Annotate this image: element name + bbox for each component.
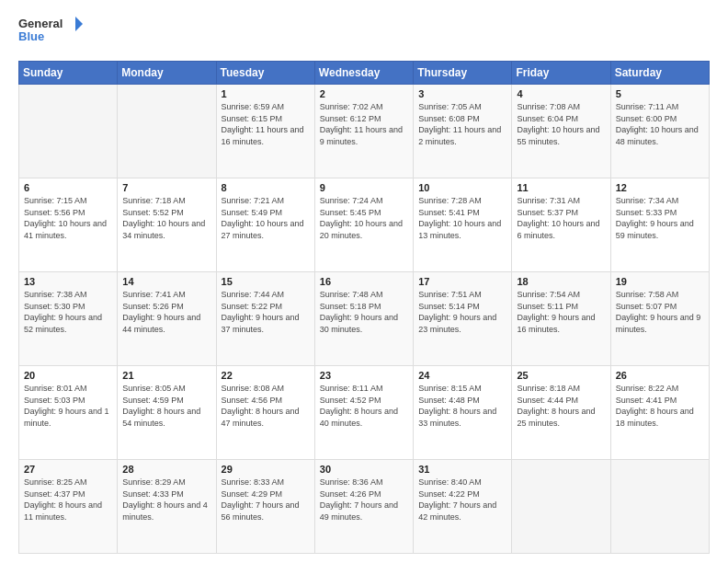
- day-info: Sunrise: 7:38 AMSunset: 5:30 PMDaylight:…: [24, 289, 112, 335]
- day-number: 30: [320, 464, 408, 475]
- day-info: Sunrise: 7:05 AMSunset: 6:08 PMDaylight:…: [418, 101, 506, 147]
- day-info: Sunrise: 7:31 AMSunset: 5:37 PMDaylight:…: [517, 195, 605, 241]
- calendar-cell: 2Sunrise: 7:02 AMSunset: 6:12 PMDaylight…: [314, 85, 413, 178]
- day-info: Sunrise: 7:18 AMSunset: 5:52 PMDaylight:…: [122, 195, 210, 241]
- calendar-cell: 15Sunrise: 7:44 AMSunset: 5:22 PMDayligh…: [216, 272, 314, 366]
- day-info: Sunrise: 8:05 AMSunset: 4:59 PMDaylight:…: [122, 383, 210, 429]
- day-number: 4: [517, 88, 605, 99]
- day-of-week-header: Friday: [512, 62, 610, 85]
- day-number: 27: [24, 464, 112, 475]
- day-number: 28: [122, 464, 210, 475]
- day-info: Sunrise: 8:18 AMSunset: 4:44 PMDaylight:…: [517, 383, 605, 429]
- calendar-week-row: 6Sunrise: 7:15 AMSunset: 5:56 PMDaylight…: [19, 178, 710, 272]
- day-of-week-header: Wednesday: [314, 62, 413, 85]
- day-info: Sunrise: 7:28 AMSunset: 5:41 PMDaylight:…: [418, 195, 506, 241]
- logo: General Blue: [18, 15, 83, 52]
- day-info: Sunrise: 8:40 AMSunset: 4:22 PMDaylight:…: [418, 477, 506, 523]
- calendar-cell: 14Sunrise: 7:41 AMSunset: 5:26 PMDayligh…: [118, 272, 216, 366]
- day-number: 3: [418, 88, 506, 99]
- day-number: 9: [320, 182, 408, 193]
- day-number: 13: [24, 276, 112, 287]
- page: General Blue SundayMondayTuesdayWednesda…: [0, 0, 728, 563]
- calendar-cell: 28Sunrise: 8:29 AMSunset: 4:33 PMDayligh…: [118, 460, 216, 554]
- day-info: Sunrise: 6:59 AMSunset: 6:15 PMDaylight:…: [222, 101, 310, 147]
- day-info: Sunrise: 8:08 AMSunset: 4:56 PMDaylight:…: [222, 383, 310, 429]
- day-info: Sunrise: 7:24 AMSunset: 5:45 PMDaylight:…: [320, 195, 408, 241]
- calendar-header-row: SundayMondayTuesdayWednesdayThursdayFrid…: [19, 62, 710, 85]
- svg-text:Blue: Blue: [18, 29, 44, 43]
- calendar-table: SundayMondayTuesdayWednesdayThursdayFrid…: [18, 61, 710, 554]
- calendar-cell: [610, 460, 709, 554]
- day-number: 7: [122, 182, 210, 193]
- logo-svg: General Blue: [18, 15, 83, 48]
- day-info: Sunrise: 7:41 AMSunset: 5:26 PMDaylight:…: [122, 289, 210, 335]
- calendar-cell: 26Sunrise: 8:22 AMSunset: 4:41 PMDayligh…: [610, 366, 709, 460]
- calendar-cell: 16Sunrise: 7:48 AMSunset: 5:18 PMDayligh…: [314, 272, 413, 366]
- day-number: 25: [517, 370, 605, 381]
- day-number: 19: [616, 276, 704, 287]
- day-number: 29: [222, 464, 310, 475]
- day-number: 20: [24, 370, 112, 381]
- day-info: Sunrise: 8:33 AMSunset: 4:29 PMDaylight:…: [222, 477, 310, 523]
- calendar-cell: 19Sunrise: 7:58 AMSunset: 5:07 PMDayligh…: [610, 272, 709, 366]
- day-info: Sunrise: 8:01 AMSunset: 5:03 PMDaylight:…: [24, 383, 112, 429]
- calendar-cell: 6Sunrise: 7:15 AMSunset: 5:56 PMDaylight…: [19, 178, 118, 272]
- svg-text:General: General: [18, 17, 63, 30]
- day-number: 21: [122, 370, 210, 381]
- day-of-week-header: Saturday: [610, 62, 709, 85]
- day-number: 11: [517, 182, 605, 193]
- calendar-week-row: 20Sunrise: 8:01 AMSunset: 5:03 PMDayligh…: [19, 366, 710, 460]
- day-info: Sunrise: 8:29 AMSunset: 4:33 PMDaylight:…: [122, 477, 210, 523]
- day-info: Sunrise: 8:22 AMSunset: 4:41 PMDaylight:…: [616, 383, 704, 429]
- calendar-cell: 17Sunrise: 7:51 AMSunset: 5:14 PMDayligh…: [414, 272, 512, 366]
- day-number: 1: [222, 88, 310, 99]
- calendar-cell: 31Sunrise: 8:40 AMSunset: 4:22 PMDayligh…: [414, 460, 512, 554]
- day-number: 6: [24, 182, 112, 193]
- day-number: 17: [418, 276, 506, 287]
- day-number: 10: [418, 182, 506, 193]
- day-number: 2: [320, 88, 408, 99]
- calendar-cell: 10Sunrise: 7:28 AMSunset: 5:41 PMDayligh…: [414, 178, 512, 272]
- calendar-cell: 9Sunrise: 7:24 AMSunset: 5:45 PMDaylight…: [314, 178, 413, 272]
- calendar-week-row: 1Sunrise: 6:59 AMSunset: 6:15 PMDaylight…: [19, 85, 710, 178]
- day-info: Sunrise: 8:11 AMSunset: 4:52 PMDaylight:…: [320, 383, 408, 429]
- day-number: 24: [418, 370, 506, 381]
- calendar-cell: 25Sunrise: 8:18 AMSunset: 4:44 PMDayligh…: [512, 366, 610, 460]
- day-info: Sunrise: 7:08 AMSunset: 6:04 PMDaylight:…: [517, 101, 605, 147]
- day-info: Sunrise: 7:15 AMSunset: 5:56 PMDaylight:…: [24, 195, 112, 241]
- day-of-week-header: Sunday: [19, 62, 118, 85]
- calendar-cell: 21Sunrise: 8:05 AMSunset: 4:59 PMDayligh…: [118, 366, 216, 460]
- day-info: Sunrise: 7:11 AMSunset: 6:00 PMDaylight:…: [616, 101, 704, 147]
- day-of-week-header: Tuesday: [216, 62, 314, 85]
- logo-text: General Blue: [18, 15, 83, 52]
- calendar-cell: [118, 85, 216, 178]
- day-number: 15: [222, 276, 310, 287]
- day-info: Sunrise: 7:21 AMSunset: 5:49 PMDaylight:…: [222, 195, 310, 241]
- day-info: Sunrise: 8:25 AMSunset: 4:37 PMDaylight:…: [24, 477, 112, 523]
- day-info: Sunrise: 7:44 AMSunset: 5:22 PMDaylight:…: [222, 289, 310, 335]
- calendar-cell: 5Sunrise: 7:11 AMSunset: 6:00 PMDaylight…: [610, 85, 709, 178]
- day-number: 26: [616, 370, 704, 381]
- day-info: Sunrise: 7:54 AMSunset: 5:11 PMDaylight:…: [517, 289, 605, 335]
- calendar-cell: 24Sunrise: 8:15 AMSunset: 4:48 PMDayligh…: [414, 366, 512, 460]
- calendar-week-row: 13Sunrise: 7:38 AMSunset: 5:30 PMDayligh…: [19, 272, 710, 366]
- header: General Blue: [18, 15, 710, 52]
- day-number: 22: [222, 370, 310, 381]
- day-number: 23: [320, 370, 408, 381]
- day-number: 18: [517, 276, 605, 287]
- calendar-cell: 18Sunrise: 7:54 AMSunset: 5:11 PMDayligh…: [512, 272, 610, 366]
- svg-marker-2: [75, 17, 83, 31]
- day-info: Sunrise: 7:58 AMSunset: 5:07 PMDaylight:…: [616, 289, 704, 335]
- day-info: Sunrise: 8:36 AMSunset: 4:26 PMDaylight:…: [320, 477, 408, 523]
- day-number: 31: [418, 464, 506, 475]
- calendar-cell: 27Sunrise: 8:25 AMSunset: 4:37 PMDayligh…: [19, 460, 118, 554]
- day-info: Sunrise: 7:48 AMSunset: 5:18 PMDaylight:…: [320, 289, 408, 335]
- calendar-week-row: 27Sunrise: 8:25 AMSunset: 4:37 PMDayligh…: [19, 460, 710, 554]
- calendar-cell: 4Sunrise: 7:08 AMSunset: 6:04 PMDaylight…: [512, 85, 610, 178]
- calendar-cell: 11Sunrise: 7:31 AMSunset: 5:37 PMDayligh…: [512, 178, 610, 272]
- calendar-cell: 13Sunrise: 7:38 AMSunset: 5:30 PMDayligh…: [19, 272, 118, 366]
- calendar-cell: 3Sunrise: 7:05 AMSunset: 6:08 PMDaylight…: [414, 85, 512, 178]
- calendar-cell: 8Sunrise: 7:21 AMSunset: 5:49 PMDaylight…: [216, 178, 314, 272]
- calendar-cell: 20Sunrise: 8:01 AMSunset: 5:03 PMDayligh…: [19, 366, 118, 460]
- day-info: Sunrise: 7:34 AMSunset: 5:33 PMDaylight:…: [616, 195, 704, 241]
